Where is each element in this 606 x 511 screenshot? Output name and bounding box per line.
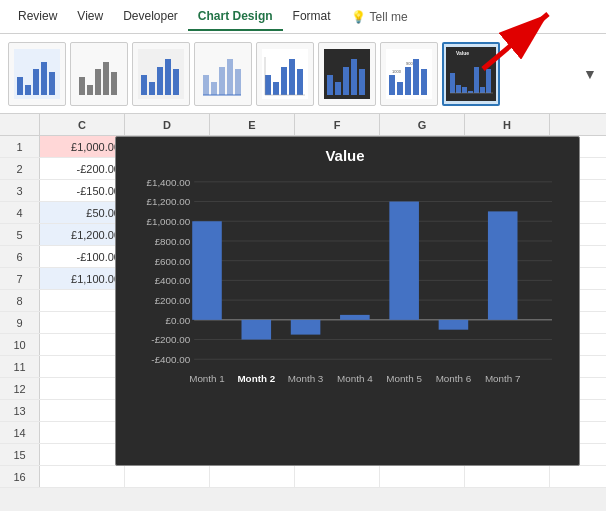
svg-rect-50 <box>456 85 461 93</box>
cell-c3[interactable]: -£150.00 <box>40 180 125 201</box>
svg-text:£0.00: £0.00 <box>166 315 191 326</box>
row-num-1: 1 <box>0 136 40 157</box>
chart-style-6[interactable] <box>318 42 376 106</box>
svg-rect-29 <box>289 59 295 95</box>
cell-c4[interactable]: £50.00 <box>40 202 125 223</box>
svg-rect-34 <box>327 75 333 95</box>
row-num-16: 16 <box>0 466 40 487</box>
svg-rect-28 <box>281 67 287 95</box>
svg-rect-81 <box>242 320 272 340</box>
menu-chart-design[interactable]: Chart Design <box>188 3 283 31</box>
svg-rect-51 <box>462 87 467 93</box>
menu-bar: Review View Developer Chart Design Forma… <box>0 0 606 34</box>
svg-text:Month 5: Month 5 <box>386 373 422 384</box>
svg-rect-22 <box>227 59 233 95</box>
col-header-h[interactable]: H <box>465 114 550 135</box>
svg-rect-8 <box>87 85 93 95</box>
svg-rect-11 <box>111 72 117 95</box>
svg-rect-3 <box>33 69 39 95</box>
svg-text:Value: Value <box>456 50 469 56</box>
column-headers: C D E F G H <box>0 114 606 136</box>
row-num-header <box>0 114 40 135</box>
svg-rect-20 <box>211 82 217 95</box>
svg-text:900: 900 <box>406 61 413 66</box>
col-header-d[interactable]: D <box>125 114 210 135</box>
svg-rect-52 <box>468 91 473 93</box>
svg-rect-14 <box>149 82 155 95</box>
row-num-6: 6 <box>0 246 40 267</box>
cell-c2[interactable]: -£200.00 <box>40 158 125 179</box>
tell-me-label: Tell me <box>370 10 408 24</box>
svg-rect-40 <box>389 75 395 95</box>
svg-rect-7 <box>79 77 85 95</box>
svg-rect-53 <box>474 67 479 93</box>
svg-text:-£400.00: -£400.00 <box>151 354 190 365</box>
row-num-10: 10 <box>0 334 40 355</box>
cell-c1[interactable]: £1,000.00 <box>40 136 125 157</box>
tell-me[interactable]: 💡 Tell me <box>341 6 418 28</box>
menu-review[interactable]: Review <box>8 3 67 31</box>
svg-rect-23 <box>235 69 241 95</box>
chart-style-4[interactable] <box>194 42 252 106</box>
row-num-8: 8 <box>0 290 40 311</box>
chart-style-2[interactable] <box>70 42 128 106</box>
svg-text:Month 7: Month 7 <box>485 373 521 384</box>
row-num-4: 4 <box>0 202 40 223</box>
svg-rect-1 <box>17 77 23 95</box>
row-num-3: 3 <box>0 180 40 201</box>
svg-rect-26 <box>265 75 271 95</box>
svg-rect-36 <box>343 67 349 95</box>
chart-style-5[interactable] <box>256 42 314 106</box>
svg-text:£200.00: £200.00 <box>155 295 191 306</box>
svg-text:Month 2: Month 2 <box>237 373 275 384</box>
svg-rect-9 <box>95 69 101 95</box>
row-num-7: 7 <box>0 268 40 289</box>
col-header-e[interactable]: E <box>210 114 295 135</box>
menu-format[interactable]: Format <box>283 3 341 31</box>
svg-text:£600.00: £600.00 <box>155 256 191 267</box>
chart-style-8[interactable]: Value <box>442 42 500 106</box>
svg-text:£1,400.00: £1,400.00 <box>146 177 190 188</box>
chart-area: £1,400.00 £1,200.00 £1,000.00 £800.00 £6… <box>126 170 564 446</box>
svg-text:£1,200.00: £1,200.00 <box>146 196 190 207</box>
svg-rect-35 <box>335 82 341 95</box>
col-header-f[interactable]: F <box>295 114 380 135</box>
spreadsheet: C D E F G H 1 £1,000.00 2 -£200.00 <box>0 114 606 488</box>
menu-developer[interactable]: Developer <box>113 3 188 31</box>
chart-container[interactable]: Value £1,400.00 £1,200.00 £1,000.00 £800… <box>115 136 580 466</box>
row-num-14: 14 <box>0 422 40 443</box>
svg-rect-17 <box>173 69 179 95</box>
menu-view[interactable]: View <box>67 3 113 31</box>
row-num-12: 12 <box>0 378 40 399</box>
svg-text:1000: 1000 <box>392 69 402 74</box>
svg-rect-38 <box>359 69 365 95</box>
chart-style-3[interactable] <box>132 42 190 106</box>
svg-rect-80 <box>192 221 222 320</box>
svg-text:-£200.00: -£200.00 <box>151 334 190 345</box>
chart-style-7[interactable]: 1000 900 <box>380 42 438 106</box>
chart-svg: £1,400.00 £1,200.00 £1,000.00 £800.00 £6… <box>126 170 564 446</box>
svg-text:£800.00: £800.00 <box>155 236 191 247</box>
cell-c7[interactable]: £1,100.00 <box>40 268 125 289</box>
ribbon-scroll-arrow[interactable]: ▼ <box>582 42 598 106</box>
svg-text:Month 4: Month 4 <box>337 373 373 384</box>
svg-rect-5 <box>49 72 55 95</box>
cell-c6[interactable]: -£100.00 <box>40 246 125 267</box>
col-header-g[interactable]: G <box>380 114 465 135</box>
svg-rect-37 <box>351 59 357 95</box>
svg-rect-16 <box>165 59 171 95</box>
svg-rect-4 <box>41 62 47 95</box>
svg-rect-21 <box>219 67 225 95</box>
row-num-11: 11 <box>0 356 40 377</box>
svg-rect-54 <box>480 87 485 93</box>
svg-text:£400.00: £400.00 <box>155 275 191 286</box>
chart-style-1[interactable] <box>8 42 66 106</box>
cell-c5[interactable]: £1,200.00 <box>40 224 125 245</box>
col-header-c[interactable]: C <box>40 114 125 135</box>
cell-c8[interactable] <box>40 290 125 311</box>
svg-rect-2 <box>25 85 31 95</box>
svg-text:£1,000.00: £1,000.00 <box>146 216 190 227</box>
row-num-13: 13 <box>0 400 40 421</box>
svg-rect-42 <box>405 67 411 95</box>
svg-text:Month 6: Month 6 <box>436 373 472 384</box>
